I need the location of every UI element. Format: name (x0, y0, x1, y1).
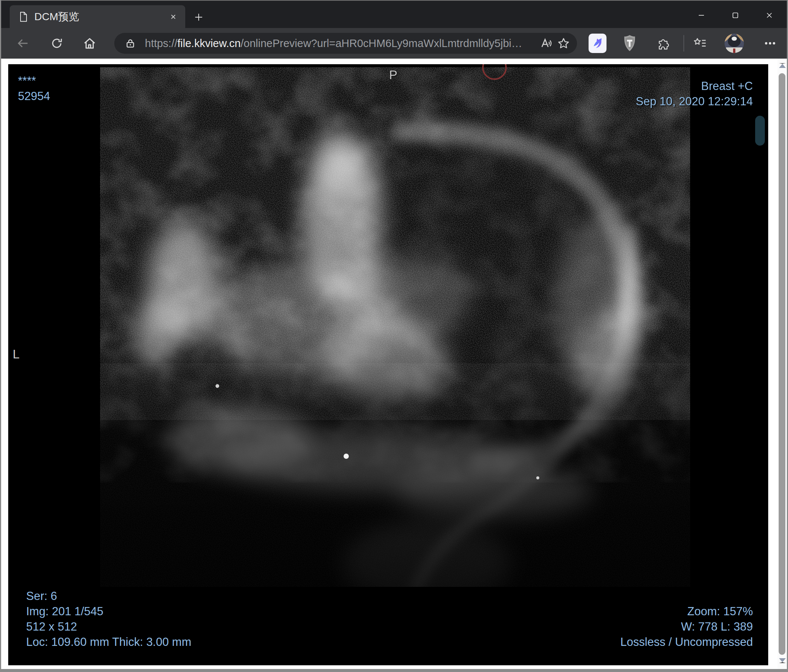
overlay-top-right: Breast +C Sep 10, 2020 12:29:14 (635, 78, 753, 109)
page-content: **** 52954 Breast +C Sep 10, 2020 12:29:… (1, 59, 787, 669)
new-tab-button[interactable] (191, 10, 206, 25)
scrollbar-down-arrow-icon[interactable] (779, 658, 786, 663)
bird-extension-icon[interactable] (589, 33, 607, 53)
zoom-level: Zoom: 157% (620, 604, 753, 619)
orientation-marker-left: L (13, 347, 19, 361)
titlebar: DCM预览 (1, 1, 787, 28)
study-description: Breast +C (635, 78, 753, 94)
url-path: /onlinePreview?url=aHR0cHM6Ly9maWxlLmtrd… (240, 37, 522, 49)
lock-icon[interactable] (125, 38, 136, 49)
browser-menu-ellipsis-icon[interactable] (762, 35, 778, 52)
shield-t-extension-icon[interactable] (621, 33, 638, 53)
mri-image (8, 64, 768, 665)
extensions-puzzle-icon[interactable] (655, 35, 672, 52)
profile-avatar[interactable] (724, 33, 744, 53)
address-bar[interactable]: https://file.kkview.cn/onlinePreview?url… (114, 33, 577, 54)
url-text: https://file.kkview.cn/onlinePreview?url… (145, 37, 539, 50)
patient-name-masked: **** (18, 73, 50, 89)
tab-close-button[interactable] (167, 10, 180, 24)
overlay-bottom-right: Zoom: 157% W: 778 L: 389 Lossless / Unco… (620, 604, 753, 650)
image-matrix: 512 x 512 (26, 619, 191, 634)
scrollbar-up-arrow-icon[interactable] (779, 63, 786, 68)
window-level: W: 778 L: 389 (620, 619, 753, 634)
window-close-button[interactable] (760, 6, 778, 24)
window-border-bottom (0, 669, 788, 672)
overlay-top-left: **** 52954 (18, 73, 50, 104)
image-number: Img: 201 1/545 (26, 604, 191, 619)
tab-title: DCM预览 (34, 10, 167, 24)
toolbar-divider (683, 35, 684, 52)
collections-button[interactable] (692, 35, 709, 52)
favorite-star-button[interactable] (555, 35, 572, 52)
document-icon (19, 11, 29, 22)
url-scheme: https:// (145, 37, 177, 49)
patient-id: 52954 (18, 89, 50, 104)
page-scrollbar[interactable] (778, 59, 787, 669)
slice-location: Loc: 109.60 mm Thick: 3.00 mm (26, 634, 191, 650)
browser-window: DCM预览 (0, 0, 788, 672)
url-domain: file.kkview.cn (177, 37, 240, 49)
series-number: Ser: 6 (26, 588, 191, 604)
viewer-scroll-indicator[interactable] (755, 116, 765, 146)
compression-info: Lossless / Uncompressed (620, 634, 753, 650)
back-button[interactable] (14, 35, 31, 52)
window-maximize-button[interactable] (726, 6, 745, 24)
toolbar: https://file.kkview.cn/onlinePreview?url… (1, 28, 787, 59)
study-datetime: Sep 10, 2020 12:29:14 (635, 94, 753, 109)
window-minimize-button[interactable] (692, 6, 711, 24)
orientation-marker-posterior: P (389, 68, 397, 82)
refresh-button[interactable] (49, 35, 65, 52)
dicom-viewer-canvas[interactable]: **** 52954 Breast +C Sep 10, 2020 12:29:… (8, 64, 768, 665)
overlay-bottom-left: Ser: 6 Img: 201 1/545 512 x 512 Loc: 109… (26, 588, 191, 650)
scrollbar-thumb[interactable] (778, 73, 785, 655)
browser-tab[interactable]: DCM预览 (10, 5, 185, 28)
read-aloud-button[interactable] (539, 35, 555, 52)
home-button[interactable] (81, 35, 98, 52)
